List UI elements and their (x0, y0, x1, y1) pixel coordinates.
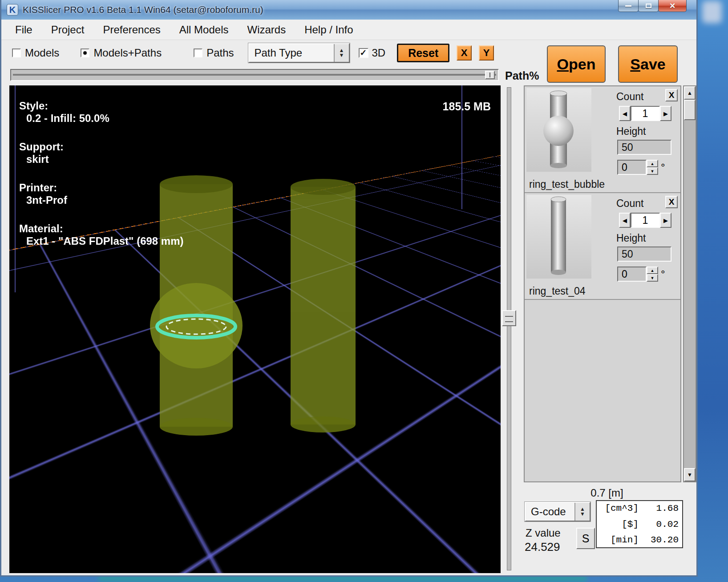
radio-models-paths[interactable]: Models+Paths (81, 47, 162, 59)
radio-models[interactable]: Models (12, 47, 59, 59)
z-slider-track[interactable] (507, 87, 511, 570)
z-slider[interactable] (501, 85, 518, 573)
spin-up-icon: ▲ (651, 269, 655, 272)
maximize-icon (646, 4, 651, 8)
stat-label: [min] (600, 535, 639, 545)
material-label: Material: (19, 222, 184, 235)
menu-project[interactable]: Project (42, 22, 94, 38)
remove-model-button[interactable]: X (665, 196, 678, 208)
close-icon: ✕ (669, 1, 675, 11)
maximize-button[interactable] (638, 0, 659, 12)
count-decrement-button[interactable]: ◀ (619, 213, 631, 228)
menu-help-info[interactable]: Help / Info (295, 22, 362, 38)
style-value: 0.2 - Infill: 50.0% (19, 112, 184, 125)
rotation-up-button[interactable]: ▲ (647, 267, 658, 274)
remove-model-button[interactable]: X (665, 89, 678, 101)
z-value: 24.529 (525, 540, 560, 554)
model-list: Count X ◀ 1 ▶ Height 50 0 (524, 85, 681, 482)
chevron-updown-icon: ▲▼ (574, 503, 590, 521)
reset-button[interactable]: Reset (397, 44, 449, 62)
spin-down-icon: ▼ (651, 276, 655, 280)
height-input[interactable]: 50 (617, 140, 671, 155)
count-label: Count (616, 91, 643, 103)
degree-label: ° (661, 268, 665, 280)
path-percent-slider-handle[interactable] (485, 71, 495, 79)
desktop-icon-blur (702, 1, 722, 23)
y-button[interactable]: Y (479, 45, 494, 61)
model-thumbnail-bubble (526, 88, 591, 172)
scroll-down-button[interactable]: ▼ (684, 468, 696, 481)
stat-value: 30.20 (639, 535, 679, 545)
main-area: 185.5 MB Style: 0.2 - Infill: 50.0% Supp… (1, 85, 696, 573)
radio-paths-box (194, 48, 202, 57)
rotation-input[interactable]: 0 (617, 160, 647, 175)
window-controls: ✕ (619, 0, 687, 12)
model-name: ring_test_bubble (529, 178, 605, 190)
output-mode-select[interactable]: G-code ▲▼ (525, 502, 590, 521)
radio-models-box (12, 48, 21, 57)
support-value: skirt (19, 153, 184, 166)
checkbox-3d-box: ✓ (359, 48, 368, 58)
close-button[interactable]: ✕ (658, 0, 687, 12)
menubar: File Project Preferences All Models Wiza… (1, 20, 696, 40)
path-percent-slider[interactable] (10, 69, 499, 81)
radio-models-label: Models (25, 47, 59, 59)
rotation-down-button[interactable]: ▼ (647, 274, 658, 282)
x-button[interactable]: X (457, 45, 472, 61)
stat-label: [cm^3] (600, 503, 639, 513)
radio-models-paths-label: Models+Paths (93, 47, 162, 59)
count-increment-button[interactable]: ▶ (660, 106, 671, 121)
menu-file[interactable]: File (6, 22, 42, 38)
save-button-label: Save (630, 56, 665, 73)
count-label: Count (616, 198, 643, 210)
memory-usage: 185.5 MB (443, 100, 491, 113)
printer-value: 3nt-Prof (19, 194, 184, 206)
radio-paths[interactable]: Paths (194, 47, 234, 59)
count-increment-button[interactable]: ▶ (660, 213, 671, 228)
rotation-row: 0 ▲ ▼ ° (617, 159, 665, 175)
s-button[interactable]: S (576, 528, 595, 549)
rotation-up-button[interactable]: ▲ (647, 160, 658, 167)
rotation-down-button[interactable]: ▼ (647, 167, 658, 175)
count-input[interactable]: 1 (631, 213, 660, 228)
path-percent-label: Path% (505, 69, 539, 82)
checkbox-3d[interactable]: ✓ 3D (359, 47, 386, 59)
scroll-up-button[interactable]: ▲ (684, 86, 696, 100)
stat-label: [$] (600, 519, 639, 529)
count-decrement-button[interactable]: ◀ (619, 106, 631, 121)
z-slider-handle[interactable] (502, 310, 516, 326)
menu-wizards[interactable]: Wizards (238, 22, 295, 38)
scrollbar-thumb[interactable] (684, 100, 696, 120)
minimize-button[interactable] (618, 0, 639, 12)
count-input[interactable]: 1 (631, 106, 660, 121)
spin-left-icon: ◀ (623, 217, 627, 224)
viewport-3d[interactable]: 185.5 MB Style: 0.2 - Infill: 50.0% Supp… (9, 85, 501, 573)
path-type-select[interactable]: Path Type ▲▼ (248, 43, 350, 63)
height-input[interactable]: 50 (617, 247, 671, 262)
menu-preferences[interactable]: Preferences (93, 22, 170, 38)
rotation-row: 0 ▲ ▼ ° (617, 266, 665, 282)
check-icon: ✓ (360, 49, 367, 57)
chevron-updown-icon: ▲▼ (334, 44, 349, 62)
scrollbar-track[interactable] (684, 100, 696, 468)
radio-models-paths-box (81, 48, 89, 57)
titlebar: K KISSlicer PRO v1.6 Beta 1.1 Win64 (set… (1, 0, 696, 20)
material-value: Ext1 - "ABS FDPlast" (698 mm) (19, 235, 184, 247)
path-type-value: Path Type (249, 44, 334, 62)
printer-label: Printer: (19, 182, 184, 194)
stat-value: 1.68 (639, 503, 679, 513)
radio-paths-label: Paths (206, 47, 234, 59)
model-list-empty-area (525, 300, 680, 481)
menu-all-models[interactable]: All Models (170, 22, 238, 38)
height-label: Height (616, 232, 646, 244)
rotation-input[interactable]: 0 (617, 267, 647, 282)
model-card-ring-test-bubble: Count X ◀ 1 ▶ Height 50 0 (525, 86, 680, 193)
support-label: Support: (19, 141, 184, 153)
rotation-spinner: ▲ ▼ (647, 267, 658, 282)
open-button-label: Open (557, 56, 596, 73)
minimize-icon (625, 5, 631, 7)
spin-down-icon: ▼ (651, 170, 655, 173)
open-button[interactable]: Open (547, 45, 606, 83)
save-button[interactable]: Save (618, 45, 678, 83)
model-list-scrollbar[interactable]: ▲ ▼ (683, 85, 696, 482)
